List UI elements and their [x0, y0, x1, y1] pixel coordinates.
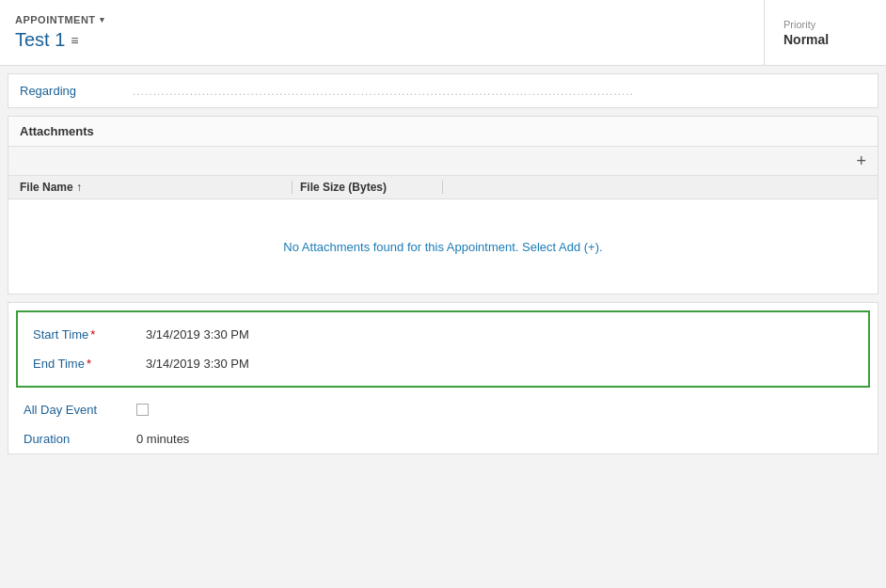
- end-time-row: End Time * 3/14/2019 3:30 PM: [18, 349, 868, 378]
- col-filename-header: File Name ↑: [20, 181, 293, 194]
- attachments-toolbar: +: [8, 147, 878, 176]
- main-content: Regarding ..............................…: [0, 73, 886, 454]
- attachments-empty-message: No Attachments found for this Appointmen…: [8, 199, 878, 294]
- priority-value: Normal: [783, 32, 867, 47]
- duration-value: 0 minutes: [136, 432, 189, 446]
- regarding-label: Regarding: [20, 84, 133, 98]
- priority-panel: Priority Normal: [764, 0, 886, 65]
- regarding-row: Regarding ..............................…: [8, 74, 878, 107]
- all-day-label: All Day Event: [24, 403, 136, 417]
- duration-label: Duration: [24, 432, 136, 446]
- add-attachment-button[interactable]: +: [856, 152, 866, 169]
- end-time-value[interactable]: 3/14/2019 3:30 PM: [146, 357, 249, 371]
- record-title-row: Test 1 ≡: [15, 29, 749, 51]
- attachments-title: Attachments: [20, 124, 94, 138]
- attachments-header: Attachments: [8, 117, 878, 147]
- header-left: APPOINTMENT ▾ Test 1 ≡: [0, 0, 764, 65]
- start-time-label: Start Time *: [33, 327, 146, 342]
- start-time-value[interactable]: 3/14/2019 3:30 PM: [146, 327, 249, 342]
- all-day-checkbox[interactable]: [136, 404, 149, 416]
- attachments-section: Attachments + File Name ↑ File Size (Byt…: [8, 116, 878, 294]
- app-header: APPOINTMENT ▾ Test 1 ≡ Priority Normal: [0, 0, 886, 66]
- regarding-section: Regarding ..............................…: [8, 73, 878, 108]
- scheduling-section: Start Time * 3/14/2019 3:30 PM End Time …: [8, 302, 878, 454]
- end-time-label: End Time *: [33, 357, 146, 371]
- duration-row: Duration 0 minutes: [8, 424, 878, 453]
- attachments-table-header: File Name ↑ File Size (Bytes): [8, 176, 878, 199]
- col-rest-header: [443, 181, 866, 194]
- menu-icon[interactable]: ≡: [71, 33, 78, 48]
- record-type-label: APPOINTMENT: [15, 14, 96, 25]
- all-day-row: All Day Event: [8, 395, 878, 424]
- start-time-row: Start Time * 3/14/2019 3:30 PM: [18, 320, 868, 349]
- priority-label: Priority: [783, 19, 867, 30]
- regarding-value[interactable]: ........................................…: [133, 85, 866, 98]
- record-title: Test 1: [15, 29, 65, 51]
- scheduling-highlighted: Start Time * 3/14/2019 3:30 PM End Time …: [16, 310, 870, 388]
- record-type[interactable]: APPOINTMENT ▾: [15, 14, 749, 25]
- dropdown-arrow-icon: ▾: [100, 15, 105, 24]
- col-filesize-header: File Size (Bytes): [293, 181, 443, 194]
- end-time-required: *: [87, 357, 91, 371]
- start-time-required: *: [90, 327, 95, 342]
